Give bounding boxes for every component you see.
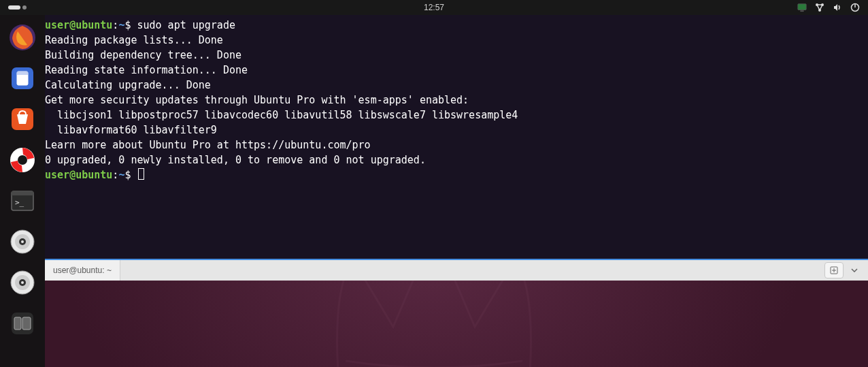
plus-icon (830, 266, 838, 274)
svg-rect-4 (800, 10, 803, 12)
svg-rect-31 (22, 317, 31, 330)
terminal-line: libavformat60 libavfilter9 (45, 123, 868, 138)
prompt-user: user (45, 19, 69, 31)
dock-item-firefox[interactable] (5, 20, 39, 54)
dock-item-software[interactable] (5, 102, 39, 136)
svg-rect-19 (12, 191, 33, 195)
terminal-line: Reading state information... Done (45, 63, 868, 78)
dock-item-folder[interactable] (5, 306, 39, 340)
svg-rect-14 (17, 71, 28, 75)
terminal-line: Learn more about Ubuntu Pro at https://u… (45, 138, 868, 153)
gnome-topbar: 12:57 (0, 0, 868, 15)
svg-rect-30 (14, 317, 21, 330)
terminal-line: Building dependency tree... Done (45, 48, 868, 63)
volume-icon[interactable] (833, 3, 842, 12)
terminal-line: Reading package lists... Done (45, 33, 868, 48)
svg-text:>_: >_ (15, 198, 24, 207)
network-icon[interactable] (815, 3, 824, 12)
tab-title: user@ubuntu: ~ (53, 266, 112, 275)
terminal-line: Get more security updates through Ubuntu… (45, 93, 868, 108)
terminal-window: user@ubuntu:~$ sudo apt upgradeReading p… (45, 15, 868, 281)
terminal-output[interactable]: user@ubuntu:~$ sudo apt upgradeReading p… (45, 15, 868, 259)
terminal-line: libcjson1 libpostproc57 libavcodec60 lib… (45, 108, 868, 123)
power-icon[interactable] (850, 3, 860, 12)
svg-rect-3 (798, 4, 806, 10)
terminal-cursor (138, 168, 144, 180)
clock[interactable]: 12:57 (424, 3, 444, 12)
dock-item-disk2[interactable] (5, 266, 39, 300)
terminal-command: sudo apt upgrade (137, 19, 235, 31)
terminal-line: 0 upgraded, 0 newly installed, 0 to remo… (45, 153, 868, 167)
dock-item-terminal[interactable]: >_ (5, 184, 39, 218)
terminal-tabbar: user@ubuntu: ~ (45, 259, 868, 281)
new-tab-button[interactable] (824, 262, 844, 278)
terminal-line: Calculating upgrade... Done (45, 78, 868, 93)
terminal-tab[interactable]: user@ubuntu: ~ (45, 260, 120, 281)
tab-menu-button[interactable] (845, 262, 864, 278)
dock: >_ (0, 15, 45, 367)
svg-point-17 (18, 155, 27, 165)
activities-indicator[interactable] (0, 5, 27, 10)
chevron-down-icon (851, 268, 858, 272)
dock-item-help[interactable] (5, 143, 39, 177)
svg-point-28 (21, 281, 24, 284)
monitor-tray-icon[interactable] (797, 3, 807, 12)
svg-point-24 (21, 240, 24, 243)
dock-item-disk1[interactable] (5, 225, 39, 259)
dock-item-screenshot[interactable] (5, 61, 39, 95)
